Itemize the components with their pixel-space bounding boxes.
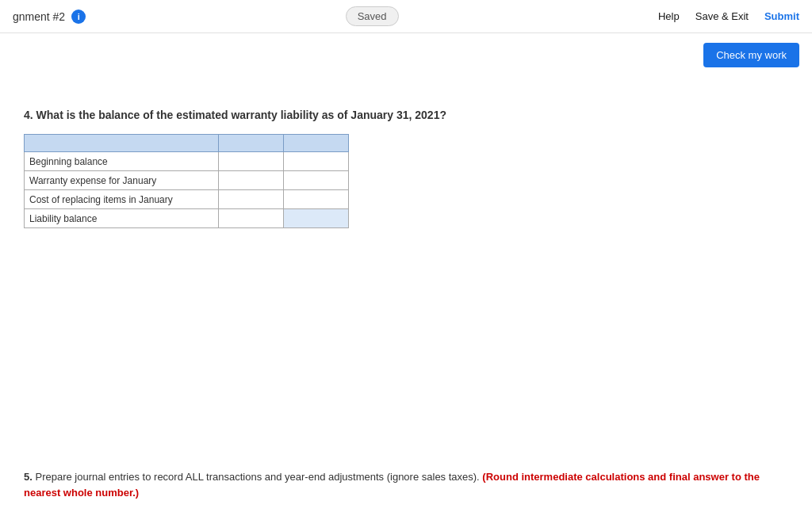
cost-value-1[interactable]: [219, 190, 283, 208]
assignment-title: gnment #2: [13, 10, 65, 23]
question-4-label: 4. What is the balance of the estimated …: [24, 109, 788, 121]
top-bar-left: gnment #2 i: [13, 10, 86, 24]
liability-input-2: [284, 209, 349, 228]
top-bar: gnment #2 i Saved Help Save & Exit Submi…: [0, 0, 812, 33]
check-work-container: Check my work: [0, 33, 812, 77]
cost-value-2[interactable]: [284, 190, 348, 208]
warranty-input-1[interactable]: [219, 171, 284, 190]
question-4-text: What is the balance of the estimated war…: [36, 109, 446, 121]
main-content: 4. What is the balance of the estimated …: [0, 77, 812, 244]
row-label-cost: Cost of replacing items in January: [25, 190, 219, 209]
col-header-label: [25, 135, 219, 152]
save-exit-link[interactable]: Save & Exit: [695, 10, 749, 22]
row-label-liability: Liability balance: [25, 209, 219, 228]
table-header-row: [25, 135, 349, 152]
table-row: Warranty expense for January: [25, 171, 349, 190]
question-4: 4. What is the balance of the estimated …: [24, 109, 788, 228]
warranty-input-2[interactable]: [284, 171, 349, 190]
beginning-value-1[interactable]: [219, 152, 283, 170]
col-header-1: [219, 135, 284, 152]
row-label-beginning: Beginning balance: [25, 152, 219, 171]
col-header-2: [284, 135, 349, 152]
saved-badge: Saved: [346, 6, 399, 26]
warranty-value-2[interactable]: [284, 171, 348, 189]
help-link[interactable]: Help: [658, 10, 680, 22]
cost-input-2[interactable]: [284, 190, 349, 209]
info-icon[interactable]: i: [71, 10, 86, 24]
row-label-warranty: Warranty expense for January: [25, 171, 219, 190]
table-row: Cost of replacing items in January: [25, 190, 349, 209]
question-5-number: 5.: [24, 471, 33, 483]
warranty-table: Beginning balance Warranty expense for J…: [24, 134, 349, 228]
beginning-input-1[interactable]: [219, 152, 284, 171]
submit-button[interactable]: Submit: [764, 10, 799, 22]
question-5-text: 5. Prepare journal entries to record ALL…: [24, 469, 788, 500]
question-4-number: 4.: [24, 109, 33, 121]
top-bar-right: Help Save & Exit Submit: [658, 10, 799, 22]
beginning-input-2[interactable]: [284, 152, 349, 171]
liability-input-1[interactable]: [219, 209, 284, 228]
cost-input-1[interactable]: [219, 190, 284, 209]
warranty-value-1[interactable]: [219, 171, 283, 189]
question-5-body: Prepare journal entries to record ALL tr…: [35, 471, 479, 483]
beginning-value-2[interactable]: [284, 152, 348, 170]
table-row: Liability balance: [25, 209, 349, 228]
table-row: Beginning balance: [25, 152, 349, 171]
question-5: 5. Prepare journal entries to record ALL…: [24, 469, 788, 500]
liability-value-1[interactable]: [219, 209, 283, 227]
check-my-work-button[interactable]: Check my work: [703, 43, 799, 67]
